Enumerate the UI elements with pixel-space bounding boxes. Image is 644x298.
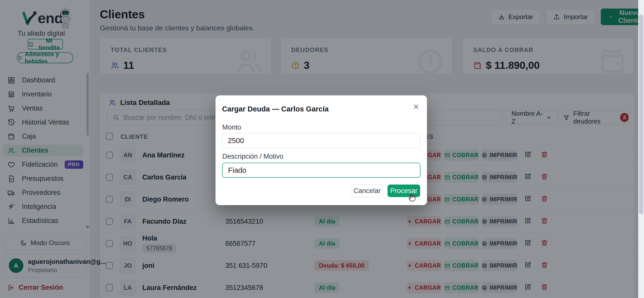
close-icon[interactable]: × xyxy=(413,102,419,111)
descripcion-input[interactable] xyxy=(222,163,420,178)
modal-title: Cargar Deuda — Carlos García xyxy=(222,105,329,113)
cancel-button[interactable]: Cancelar xyxy=(352,185,383,197)
monto-input[interactable] xyxy=(222,133,420,148)
cargar-deuda-modal: Cargar Deuda — Carlos García × Monto Des… xyxy=(216,95,427,205)
app-window: endi Tu aliado digital Mi tiendit xyxy=(0,0,644,298)
window-scrollbar[interactable] xyxy=(638,0,644,298)
monto-label: Monto xyxy=(222,124,241,131)
cursor-pointer-icon xyxy=(407,193,417,203)
descripcion-label: Descripción / Motivo xyxy=(222,153,283,160)
window-scrollbar-thumb[interactable] xyxy=(639,15,643,214)
